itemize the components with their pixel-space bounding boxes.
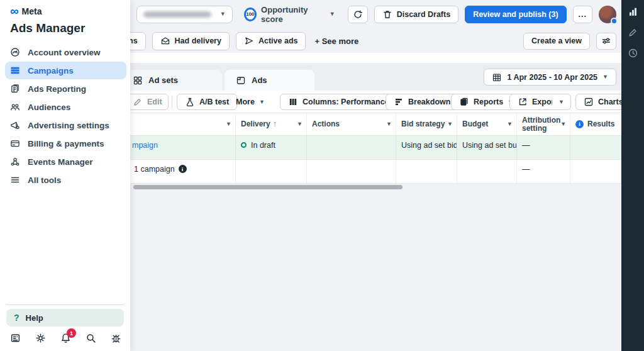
sidebar-footer-icons: 1 [0, 331, 130, 351]
campaign-name-link[interactable]: mpaign [132, 141, 158, 150]
edit-button[interactable]: Edit [125, 94, 169, 110]
attribution-cell: — [517, 160, 570, 183]
filter-chip-active-ads[interactable]: Active ads [236, 32, 306, 50]
meta-brand: ∞ Meta [0, 0, 130, 17]
sidebar-item-ads-reporting[interactable]: Ads Reporting [5, 80, 126, 98]
view-settings-button[interactable] [596, 33, 616, 50]
campaign-name-cell[interactable]: mpaign [130, 136, 236, 159]
actions-cell [307, 136, 396, 159]
date-range-label: 1 Apr 2025 - 10 Apr 2025 [507, 73, 597, 82]
sidebar-item-billing-payments[interactable]: Billing & payments [5, 135, 126, 152]
tab-ad-sets-label: Ad sets [148, 75, 178, 85]
table-toolbar: Edit A/B test More ▼ Columns: Performanc… [130, 91, 621, 113]
breakdown-bars-icon [394, 97, 404, 107]
sidebar-item-label: All tools [28, 176, 61, 185]
nodes-icon [10, 157, 20, 167]
see-more-link[interactable]: + See more [314, 36, 358, 46]
had-delivery-label: Had delivery [175, 36, 221, 45]
avatar[interactable] [599, 6, 616, 23]
attribution-cell: — [517, 136, 570, 159]
more-options-button[interactable]: ... [573, 6, 592, 23]
notifications-button[interactable]: 1 [60, 333, 71, 343]
column-header-budget[interactable]: Budget ▼ [457, 113, 517, 135]
paper-plane-icon [244, 36, 254, 46]
hamburger-icon [10, 175, 20, 185]
search-icon[interactable] [86, 333, 96, 343]
help-button[interactable]: ? Help [6, 309, 124, 326]
columns-label: Columns: Performance [303, 98, 389, 106]
info-icon [575, 120, 584, 128]
bid-strategy-cell [396, 160, 457, 183]
sidebar-item-label: Billing & payments [28, 139, 104, 148]
bid-strategy-cell: Using ad set bid... [396, 136, 457, 159]
actions-cell [307, 160, 396, 183]
actions-header-label: Actions [312, 120, 340, 128]
gear-icon[interactable] [35, 333, 46, 343]
ab-test-label: A/B test [199, 98, 229, 106]
reports-label: Reports [474, 98, 503, 106]
campaigns-grid-icon [10, 65, 20, 75]
summary-count-cell: 1 campaign [130, 160, 236, 183]
envelope-open-icon [160, 36, 170, 46]
review-and-publish-button[interactable]: Review and publish (3) [465, 6, 566, 23]
account-selector-dropdown[interactable]: ▼ [136, 6, 233, 23]
refresh-icon [353, 9, 363, 20]
trash-icon [382, 9, 392, 20]
horizontal-scrollbar[interactable] [133, 185, 402, 189]
discard-drafts-button[interactable]: Discard Drafts [374, 6, 458, 23]
results-cell [570, 136, 621, 159]
credit-card-icon [10, 138, 20, 148]
tab-ads-label: Ads [252, 75, 267, 85]
active-ads-label: Active ads [258, 36, 298, 45]
columns-icon [288, 97, 298, 107]
chevron-down-icon: ▼ [330, 11, 335, 17]
top-bar: ▼ 100 Opportunity score ▼ Discard Drafts… [130, 0, 621, 28]
avatar-status-badge [611, 18, 618, 25]
opportunity-score[interactable]: 100 Opportunity score ▼ [244, 5, 335, 24]
sidebar-item-label: Events Manager [28, 157, 93, 167]
budget-cell: Using ad set bu... [457, 136, 517, 159]
chevron-down-icon: ▼ [507, 121, 513, 127]
bug-icon[interactable] [111, 333, 121, 343]
date-range-button[interactable]: 1 Apr 2025 - 10 Apr 2025 ▼ [484, 69, 616, 86]
sidebar-item-events-manager[interactable]: Events Manager [5, 153, 126, 170]
news-icon[interactable] [10, 333, 21, 343]
info-icon[interactable] [179, 165, 187, 173]
ads-manager-app: ▼ 100 Opportunity score ▼ Discard Drafts… [0, 0, 644, 351]
report-pages-icon [10, 84, 20, 94]
delivery-cell: In draft [236, 136, 307, 159]
sidebar-item-label: Audiences [28, 103, 70, 112]
divider [6, 304, 124, 305]
budget-cell [457, 160, 517, 183]
export-dropdown-button[interactable]: ▼ [552, 94, 571, 110]
tab-ad-sets[interactable]: Ad sets [121, 70, 222, 91]
column-header-attribution-setting[interactable]: Attribution setting ▼ [517, 113, 570, 135]
toolbar-divider [172, 96, 172, 108]
sliders-icon [601, 36, 611, 46]
sidebar-item-campaigns[interactable]: Campaigns [5, 62, 126, 79]
calendar-icon [492, 72, 502, 82]
more-actions-button[interactable]: More ▼ [228, 94, 272, 110]
table-summary-row: 1 campaign — [130, 159, 621, 184]
history-clock-icon[interactable] [628, 48, 638, 58]
insights-chart-icon[interactable] [628, 6, 638, 17]
column-header-name[interactable]: ▼ [130, 113, 236, 135]
column-header-bid-strategy[interactable]: Bid strategy ▼ [396, 113, 457, 135]
column-header-actions[interactable]: Actions ▼ [307, 113, 396, 135]
table-row[interactable]: mpaign In draft Using ad set bid... Usin… [130, 135, 621, 159]
results-cell [570, 160, 621, 183]
refresh-button[interactable] [348, 6, 368, 23]
create-a-view-button[interactable]: Create a view [523, 33, 590, 50]
sidebar-item-all-tools[interactable]: All tools [5, 171, 126, 189]
tab-ads[interactable]: Ads [225, 70, 314, 91]
breakdown-label: Breakdown [408, 98, 450, 106]
column-header-delivery[interactable]: Delivery ↑ ▼ [236, 113, 307, 135]
sidebar-item-label: Ads Reporting [28, 84, 86, 94]
edit-pencil-icon[interactable] [628, 27, 638, 38]
filter-chip-had-delivery[interactable]: Had delivery [152, 32, 230, 50]
sidebar-item-account-overview[interactable]: Account overview [5, 43, 126, 61]
sidebar-item-audiences[interactable]: Audiences [5, 98, 126, 116]
sidebar-item-advertising-settings[interactable]: Advertising settings [5, 116, 126, 134]
delivery-cell [236, 160, 307, 183]
column-header-results[interactable]: Results [570, 113, 621, 135]
